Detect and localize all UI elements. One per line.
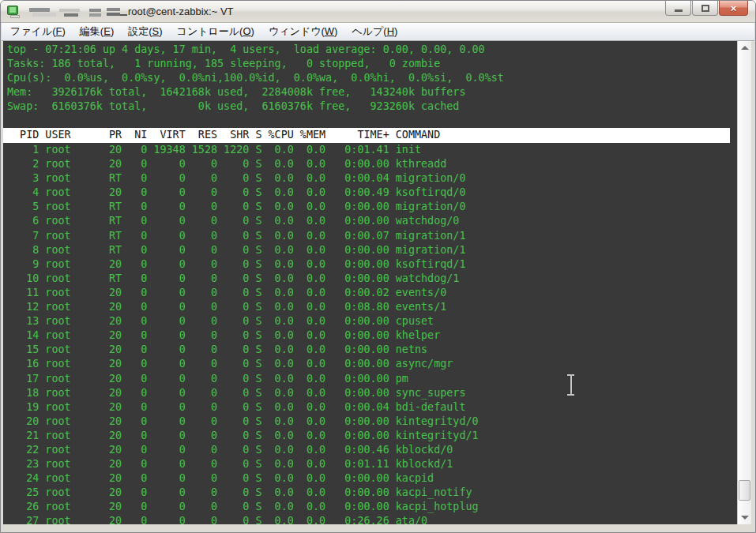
terminal-window: root@cent-zabbix:~ VT × ファイル(F)編集(E)設定(S… <box>0 0 756 533</box>
arrow-up-icon <box>741 46 749 50</box>
process-list: 1 root 20 0 19348 1528 1220 S 0.0 0.0 0:… <box>7 143 479 524</box>
menu-item-edit[interactable]: 編集(E) <box>73 22 121 41</box>
close-button[interactable]: × <box>719 1 748 16</box>
window-title: root@cent-zabbix:~ VT <box>128 6 234 17</box>
menu-item-file[interactable]: ファイル(F) <box>3 22 73 41</box>
scroll-down-button[interactable] <box>738 511 752 524</box>
text-cursor-icon <box>566 373 576 396</box>
teraterm-app-icon <box>7 6 21 18</box>
scrollbar-thumb[interactable] <box>739 480 750 501</box>
terminal-screen[interactable]: top - 07:21:06 up 4 days, 17 min, 4 user… <box>3 41 737 524</box>
minimize-icon <box>675 9 683 12</box>
top-summary: top - 07:21:06 up 4 days, 17 min, 4 user… <box>7 43 504 114</box>
menu-item-setup[interactable]: 設定(S) <box>121 22 169 41</box>
arrow-down-icon <box>741 516 749 520</box>
process-table-header-text: PID USER PR NI VIRT RES SHR S %CPU %MEM … <box>7 128 440 142</box>
maximize-icon <box>701 5 709 12</box>
menu-item-help[interactable]: ヘルプ(H) <box>344 22 404 41</box>
scroll-up-button[interactable] <box>738 41 752 54</box>
maximize-button[interactable] <box>692 1 718 16</box>
minimize-button[interactable] <box>665 1 691 16</box>
vertical-scrollbar[interactable] <box>737 41 751 524</box>
menu-item-control[interactable]: コントロール(O) <box>170 22 261 41</box>
window-controls: × <box>665 1 748 16</box>
menubar: ファイル(F)編集(E)設定(S)コントロール(O)ウィンドウ(W)ヘルプ(H) <box>2 23 754 41</box>
redacted-session-info <box>29 7 127 17</box>
menu-item-window[interactable]: ウィンドウ(W) <box>261 22 344 41</box>
titlebar[interactable]: root@cent-zabbix:~ VT × <box>1 1 755 23</box>
process-table-header: PID USER PR NI VIRT RES SHR S %CPU %MEM … <box>3 128 730 143</box>
close-icon: × <box>731 2 737 14</box>
